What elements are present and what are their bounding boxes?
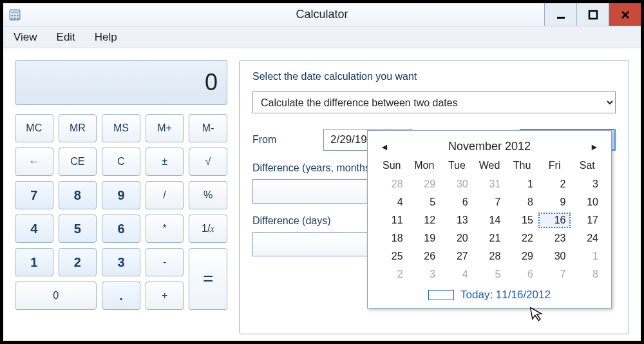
key-mr[interactable]: MR [59, 114, 97, 142]
key-7[interactable]: 7 [15, 181, 53, 209]
calendar-day[interactable]: 4 [440, 267, 473, 282]
calendar-day[interactable]: 20 [440, 231, 473, 246]
calendar-day[interactable]: 10 [571, 195, 603, 210]
key-equals[interactable]: = [189, 248, 227, 310]
calendar-day[interactable]: 4 [375, 195, 408, 210]
calendar-day[interactable]: 15 [506, 213, 538, 228]
calendar-day[interactable]: 21 [473, 231, 506, 246]
key-divide[interactable]: / [146, 181, 184, 209]
calendar-day[interactable]: 5 [473, 267, 506, 282]
calendar-day[interactable]: 24 [571, 231, 603, 246]
svg-rect-2 [11, 15, 12, 16]
calculator-display: 0 [15, 60, 227, 105]
key-mminus[interactable]: M- [189, 114, 227, 142]
close-button[interactable] [609, 3, 641, 26]
calendar-day[interactable]: 31 [473, 177, 506, 192]
menu-help[interactable]: Help [91, 28, 121, 46]
key-decimal[interactable]: . [102, 282, 140, 310]
calendar-next-month[interactable]: ► [589, 142, 600, 152]
calculator-pad: 0 MC MR MS M+ M- ← CE C ± √ 7 8 9 / % 4 … [15, 60, 227, 334]
calendar-day[interactable]: 12 [408, 213, 441, 228]
calendar-day[interactable]: 11 [375, 213, 408, 228]
calendar-day[interactable]: 3 [571, 177, 603, 192]
key-0[interactable]: 0 [15, 282, 97, 310]
key-backspace[interactable]: ← [15, 148, 53, 176]
calendar-dow: Thu [506, 160, 538, 174]
calendar-footer[interactable]: Today: 11/16/2012 [375, 289, 603, 301]
calendar-day[interactable]: 27 [440, 249, 473, 264]
menu-edit[interactable]: Edit [53, 28, 79, 46]
key-ms[interactable]: MS [102, 114, 140, 142]
calendar-day[interactable]: 19 [408, 231, 441, 246]
calendar-day[interactable]: 28 [375, 177, 408, 192]
key-percent[interactable]: % [189, 181, 227, 209]
key-c[interactable]: C [102, 148, 140, 176]
calendar-day[interactable]: 1 [506, 177, 538, 192]
calendar-day[interactable]: 8 [506, 195, 538, 210]
key-3[interactable]: 3 [102, 248, 140, 276]
calendar-today-box [428, 290, 454, 300]
menu-bar: View Edit Help [3, 26, 641, 48]
calendar-dow: Wed [473, 160, 506, 174]
calendar-day[interactable]: 14 [473, 213, 506, 228]
calendar-day[interactable]: 2 [538, 177, 571, 192]
key-add[interactable]: + [146, 282, 184, 310]
svg-rect-8 [557, 17, 565, 19]
key-6[interactable]: 6 [102, 215, 140, 243]
key-8[interactable]: 8 [59, 181, 97, 209]
calculator-keys: MC MR MS M+ M- ← CE C ± √ 7 8 9 / % 4 5 … [15, 114, 227, 310]
key-plusminus[interactable]: ± [146, 148, 184, 176]
key-9[interactable]: 9 [102, 181, 140, 209]
calendar-day[interactable]: 1 [571, 249, 603, 264]
calendar-day[interactable]: 13 [440, 213, 473, 228]
calendar-day[interactable]: 28 [473, 249, 506, 264]
key-1[interactable]: 1 [15, 248, 53, 276]
date-calculation-panel: Select the date calculation you want Cal… [239, 60, 629, 334]
window-buttons [544, 3, 641, 26]
calendar-day[interactable]: 9 [538, 195, 571, 210]
key-mplus[interactable]: M+ [146, 114, 184, 142]
calendar-day[interactable]: 18 [375, 231, 408, 246]
calendar-day[interactable]: 30 [538, 249, 571, 264]
svg-rect-9 [589, 11, 597, 19]
calculator-app-icon [8, 8, 21, 21]
calendar-day[interactable]: 3 [408, 267, 441, 282]
menu-view[interactable]: View [10, 28, 41, 46]
minimize-button[interactable] [544, 3, 576, 26]
key-multiply[interactable]: * [146, 215, 184, 243]
calendar-dow: Tue [440, 160, 473, 174]
calendar-day[interactable]: 16 [538, 213, 571, 228]
title-bar: Calculator [3, 3, 641, 26]
key-4[interactable]: 4 [15, 215, 53, 243]
calendar-day[interactable]: 2 [375, 267, 408, 282]
calendar-dow: Fri [538, 160, 571, 174]
calendar-day[interactable]: 29 [408, 177, 441, 192]
date-calc-mode-select[interactable]: Calculate the difference between two dat… [252, 91, 616, 113]
calendar-day[interactable]: 7 [473, 195, 506, 210]
maximize-button[interactable] [576, 3, 609, 26]
calendar-day[interactable]: 7 [538, 267, 571, 282]
key-sqrt[interactable]: √ [189, 148, 227, 176]
calendar-header: ◄ November 2012 ► [375, 137, 603, 160]
calendar-day[interactable]: 8 [571, 267, 603, 282]
calendar-prev-month[interactable]: ◄ [379, 142, 390, 152]
calendar-month-title[interactable]: November 2012 [390, 140, 589, 153]
key-reciprocal[interactable]: 1/𝑥 [189, 215, 227, 243]
key-subtract[interactable]: - [146, 248, 184, 276]
key-2[interactable]: 2 [59, 248, 97, 276]
calendar-day[interactable]: 23 [538, 231, 571, 246]
calendar-day[interactable]: 26 [408, 249, 441, 264]
svg-rect-7 [17, 17, 18, 19]
calendar-day[interactable]: 6 [440, 195, 473, 210]
calendar-day[interactable]: 29 [506, 249, 538, 264]
key-5[interactable]: 5 [59, 215, 97, 243]
calendar-dow: Sun [375, 160, 408, 174]
calendar-day[interactable]: 6 [506, 267, 538, 282]
key-mc[interactable]: MC [15, 114, 53, 142]
key-ce[interactable]: CE [59, 148, 97, 176]
calendar-day[interactable]: 22 [506, 231, 538, 246]
calendar-day[interactable]: 17 [571, 213, 603, 228]
calendar-day[interactable]: 25 [375, 249, 408, 264]
calendar-day[interactable]: 5 [408, 195, 441, 210]
calendar-day[interactable]: 30 [440, 177, 473, 192]
